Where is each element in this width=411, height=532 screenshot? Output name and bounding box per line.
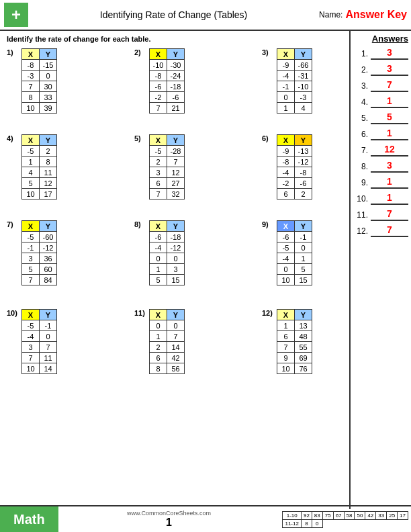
footer-page: 1: [58, 517, 280, 529]
problem-12-label: 12): [262, 309, 274, 317]
answer-7: 7. 12: [353, 144, 408, 157]
problem-3: 3) XY -9-66 -4-31 -1-10 0-3 14: [262, 48, 342, 114]
stat-val: 17: [398, 511, 408, 519]
problem-10: 10) XY -5-1 -40 37 711 1014: [7, 309, 87, 374]
problem-8-table: XY -6-18 -4-12 00 13 515: [149, 220, 185, 285]
answer-3-num: 3.: [353, 81, 368, 91]
problem-5-label: 5): [134, 134, 146, 142]
col-x-header: X: [22, 310, 40, 320]
answer-6-value: 1: [371, 128, 408, 140]
answer-2-num: 2.: [353, 65, 368, 75]
problem-7-table: XY -5-60 -1-12 336 560 784: [21, 220, 57, 285]
problem-2-label: 2): [134, 48, 146, 56]
answer-3: 3. 7: [353, 79, 408, 92]
answer-1-value: 3: [371, 47, 408, 60]
col-x-header: X: [150, 221, 167, 232]
stat-val: 75: [322, 511, 333, 519]
answer-4: 4. 1: [353, 95, 408, 108]
col-x-header: X: [277, 221, 295, 232]
stat-val: 83: [312, 511, 322, 519]
answer-2: 2. 3: [353, 63, 408, 76]
col-y-header: Y: [295, 135, 312, 146]
problem-1-table: XY -8-15 -30 730 833 1039: [21, 48, 57, 114]
problems-row-2: 4) XY -52 18 411 512 1017 5) XY -5-28 27…: [7, 134, 342, 200]
problem-11-table: XY 00 17 214 642 856: [149, 309, 185, 374]
col-x-header: X: [22, 135, 40, 146]
answer-7-value: 12: [371, 144, 408, 157]
problem-2-table: XY -10-30 -8-24 -6-18 -2-6 721: [149, 48, 185, 114]
content-area: Identify the rate of change for each tab…: [0, 31, 349, 509]
col-x-header: X: [150, 49, 167, 60]
problem-4: 4) XY -52 18 411 512 1017: [7, 134, 87, 200]
col-y-header: Y: [167, 310, 185, 320]
logo-icon: [4, 3, 28, 27]
footer-website: www.CommonCoreSheets.com: [58, 510, 280, 517]
col-y-header: Y: [295, 49, 312, 60]
col-x-header: X: [277, 49, 295, 60]
answer-11-num: 11.: [353, 210, 368, 220]
footer-stats-table: 1-10 92 83 75 67 58 50 42 33 25 17 11-12…: [282, 511, 408, 528]
col-x-header: X: [22, 49, 40, 60]
answer-key-label: Answer Key: [345, 9, 407, 21]
problem-3-table: XY -9-66 -4-31 -1-10 0-3 14: [277, 48, 312, 114]
col-x-header: X: [277, 310, 295, 320]
col-y-header: Y: [40, 49, 57, 60]
stat-val: 50: [355, 511, 365, 519]
answer-10-value: 1: [371, 192, 408, 205]
answer-8-value: 3: [371, 160, 408, 173]
stat-val: 92: [301, 511, 312, 519]
answer-10: 10. 1: [353, 192, 408, 205]
problems-row-3: 7) XY -5-60 -1-12 336 560 784 8) XY -6-1…: [7, 220, 342, 285]
problem-11: 11) XY 00 17 214 642 856: [134, 309, 215, 374]
answer-5-num: 5.: [353, 114, 368, 123]
answer-1: 1. 3: [353, 47, 408, 60]
answer-3-value: 7: [371, 79, 408, 92]
stat-label-1: 1-10: [283, 511, 301, 519]
stat-val: 67: [333, 511, 344, 519]
answer-6-num: 6.: [353, 130, 368, 139]
answer-11: 11. 7: [353, 208, 408, 221]
footer-stats: 1-10 92 83 75 67 58 50 42 33 25 17 11-12…: [279, 510, 411, 529]
problem-9-table: XY -6-1 -50 -41 05 1015: [277, 220, 312, 285]
answer-1-num: 1.: [353, 49, 368, 58]
col-y-header: Y: [40, 135, 57, 146]
instruction-text: Identify the rate of change for each tab…: [7, 35, 342, 43]
problem-8-label: 8): [134, 220, 146, 228]
problem-12-table: XY 113 648 755 969 1076: [277, 309, 312, 374]
stat-val: 33: [376, 511, 387, 519]
col-y-header: Y: [167, 49, 185, 60]
problem-12: 12) XY 113 648 755 969 1076: [262, 309, 342, 374]
problem-4-table: XY -52 18 411 512 1017: [21, 134, 57, 200]
footer-center: www.CommonCoreSheets.com 1: [58, 510, 280, 529]
name-label: Name:: [319, 10, 342, 19]
answer-10-num: 10.: [353, 194, 368, 204]
col-x-header: X: [150, 135, 167, 146]
problem-7: 7) XY -5-60 -1-12 336 560 784: [7, 220, 87, 285]
page-title: Identifying Rate of Change (Tables): [35, 9, 312, 20]
col-y-header: Y: [40, 221, 57, 232]
problem-6: 6) XY -9-13 -8-12 -4-8 -2-6 62: [262, 134, 342, 200]
problem-6-table: XY -9-13 -8-12 -4-8 -2-6 62: [277, 134, 312, 200]
problem-11-label: 11): [134, 309, 146, 317]
stat-val: 42: [365, 511, 376, 519]
main-content: Identify the rate of change for each tab…: [0, 31, 411, 509]
answer-4-num: 4.: [353, 97, 368, 107]
col-x-header: X: [22, 221, 40, 232]
page-footer: Math www.CommonCoreSheets.com 1 1-10 92 …: [0, 505, 411, 532]
problem-5-table: XY -5-28 27 312 627 732: [149, 134, 185, 200]
answer-2-value: 3: [371, 63, 408, 76]
answers-sidebar: Answers 1. 3 2. 3 3. 7 4. 1 5. 5 6. 1 7.…: [349, 31, 411, 509]
problem-10-table: XY -5-1 -40 37 711 1014: [21, 309, 57, 374]
col-x-header: X: [277, 135, 295, 146]
answer-9: 9. 1: [353, 176, 408, 189]
answer-11-value: 7: [371, 208, 408, 221]
answer-5: 5. 5: [353, 112, 408, 124]
col-y-header: Y: [167, 221, 185, 232]
answer-6: 6. 1: [353, 128, 408, 140]
answer-8-num: 8.: [353, 162, 368, 171]
col-x-header: X: [150, 310, 167, 320]
answer-8: 8. 3: [353, 160, 408, 173]
col-y-header: Y: [40, 310, 57, 320]
problem-1-label: 1): [7, 48, 19, 56]
answer-5-value: 5: [371, 112, 408, 124]
